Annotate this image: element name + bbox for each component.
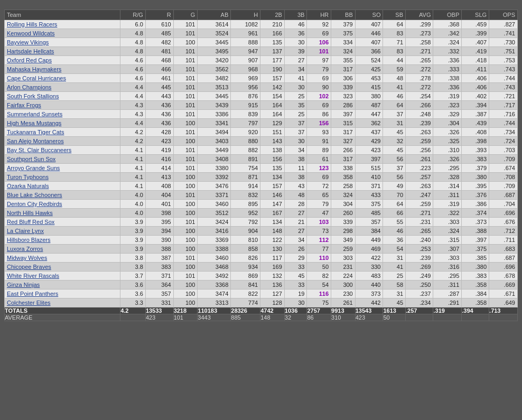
- team-name-cell[interactable]: Ginza Ninjas: [5, 281, 120, 290]
- table-row: High Mesa Mustangs4.44361003341797129371…: [5, 119, 518, 128]
- stat-cell: .332: [433, 47, 462, 56]
- col-header-rg: R/G: [120, 10, 146, 20]
- stat-cell: .333: [433, 65, 462, 74]
- team-name-cell[interactable]: Tuckanarra Tiger Cats: [5, 128, 120, 137]
- team-name-cell[interactable]: Hartsdale Hellcats: [5, 47, 120, 56]
- team-name-cell[interactable]: Summerland Sunsets: [5, 110, 120, 119]
- stat-cell: .734: [489, 128, 518, 137]
- team-name-cell[interactable]: Ozarka Naturals: [5, 182, 120, 191]
- stat-cell: 89: [307, 146, 331, 155]
- stat-cell: 482: [145, 38, 173, 47]
- stat-cell: 947: [231, 47, 260, 56]
- stat-cell: .687: [489, 191, 518, 200]
- stat-cell: 64: [383, 101, 406, 110]
- stat-cell: .384: [462, 290, 489, 298]
- stat-cell: .259: [406, 200, 433, 209]
- stat-cell: 419: [145, 146, 173, 155]
- stat-cell: .303: [433, 254, 462, 263]
- stat-cell: 106: [307, 38, 331, 47]
- team-name-cell[interactable]: San Alejo Montaneros: [5, 137, 120, 146]
- stat-cell: 91: [307, 137, 331, 146]
- stat-cell: 100: [173, 119, 198, 128]
- average-cell: 32: [284, 314, 307, 321]
- stat-cell: .398: [462, 137, 489, 146]
- team-name-cell[interactable]: La Claire Lynx: [5, 227, 120, 236]
- stat-cell: 11: [284, 164, 307, 173]
- team-name-cell[interactable]: Oxford Red Caps: [5, 56, 120, 65]
- team-name-cell[interactable]: Turon Typhoons: [5, 173, 120, 182]
- stat-cell: 841: [231, 281, 260, 290]
- team-name-cell[interactable]: Rolling Hills Racers: [5, 20, 120, 29]
- team-name-cell[interactable]: Colchester Elites: [5, 298, 120, 307]
- stat-cell: 3392: [198, 173, 231, 182]
- stat-cell: 349: [331, 236, 356, 245]
- stat-cell: .712: [489, 227, 518, 236]
- stat-cell: .375: [462, 245, 489, 254]
- stat-cell: 4.6: [120, 74, 146, 83]
- stat-cell: 100: [173, 236, 198, 245]
- team-name-cell[interactable]: Midway Wolves: [5, 254, 120, 263]
- stat-cell: 143: [260, 137, 285, 146]
- stat-cell: 65: [307, 191, 331, 200]
- stat-cell: .257: [406, 173, 433, 182]
- average-cell: [462, 314, 489, 321]
- team-name-cell[interactable]: Denton City Redbirds: [5, 200, 120, 209]
- stat-cell: 38: [284, 155, 307, 164]
- stat-cell: .671: [489, 290, 518, 298]
- team-name-cell[interactable]: Fairfax Frogs: [5, 101, 120, 110]
- team-name-cell[interactable]: Bayview Vikings: [5, 38, 120, 47]
- team-name-cell[interactable]: Mahaska Haymakers: [5, 65, 120, 74]
- stat-cell: 4.6: [120, 56, 146, 65]
- stat-cell: 453: [355, 74, 383, 83]
- stat-cell: 4.8: [120, 38, 146, 47]
- stat-cell: 449: [355, 236, 383, 245]
- stat-cell: 151: [260, 128, 285, 137]
- stat-cell: 27: [284, 227, 307, 236]
- stat-cell: .744: [489, 119, 518, 128]
- stat-cell: 366: [355, 47, 383, 56]
- stat-cell: 407: [355, 38, 383, 47]
- stat-cell: .696: [489, 209, 518, 218]
- stat-cell: 3388: [198, 245, 231, 254]
- stat-cell: 317: [331, 155, 356, 164]
- stat-cell: .250: [406, 281, 433, 290]
- stat-cell: .291: [433, 298, 462, 307]
- stat-cell: 3.9: [120, 218, 146, 227]
- team-name-cell[interactable]: Chicopee Braves: [5, 263, 120, 272]
- team-name-cell[interactable]: Arlon Champions: [5, 83, 120, 92]
- stat-cell: 101: [173, 29, 198, 38]
- stat-cell: 3313: [198, 298, 231, 307]
- stat-cell: 891: [231, 155, 260, 164]
- stat-cell: 754: [231, 164, 260, 173]
- team-name-cell[interactable]: Southport Sun Sox: [5, 155, 120, 164]
- team-name-cell[interactable]: Bay St. Clair Buccaneers: [5, 146, 120, 155]
- stat-cell: .704: [489, 200, 518, 209]
- stat-cell: 4.4: [120, 119, 146, 128]
- stat-cell: 315: [331, 119, 356, 128]
- stat-cell: .311: [433, 281, 462, 290]
- average-cell: 885: [231, 314, 260, 321]
- team-name-cell[interactable]: Blue Lake Schooners: [5, 191, 120, 200]
- stat-cell: 156: [260, 155, 285, 164]
- team-name-cell[interactable]: South Fork Stallions: [5, 92, 120, 101]
- table-row: Kenwood Wildcats4.8485101352496116636693…: [5, 29, 518, 38]
- team-name-cell[interactable]: High Mesa Mustangs: [5, 119, 120, 128]
- stat-cell: 4.8: [120, 29, 146, 38]
- team-name-cell[interactable]: Arroyo Grande Suns: [5, 164, 120, 173]
- team-name-cell[interactable]: North Hills Hawks: [5, 209, 120, 218]
- team-name-cell[interactable]: White River Rascals: [5, 272, 120, 281]
- stat-cell: .717: [489, 101, 518, 110]
- table-row: Cape Coral Hurricanes4.64611013482969157…: [5, 74, 518, 83]
- stat-cell: .649: [489, 298, 518, 307]
- team-name-cell[interactable]: East Point Panthers: [5, 290, 120, 298]
- team-name-cell[interactable]: Hillsboro Blazers: [5, 236, 120, 245]
- team-name-cell[interactable]: Kenwood Wildcats: [5, 29, 120, 38]
- stat-cell: .326: [433, 128, 462, 137]
- team-name-cell[interactable]: Red Bluff Red Sox: [5, 218, 120, 227]
- stat-cell: .304: [433, 119, 462, 128]
- stat-cell: 101: [173, 155, 198, 164]
- team-name-cell[interactable]: Cape Coral Hurricanes: [5, 74, 120, 83]
- stat-cell: 858: [231, 245, 260, 254]
- team-name-cell[interactable]: Luxora Zorros: [5, 245, 120, 254]
- stat-cell: 3403: [198, 137, 231, 146]
